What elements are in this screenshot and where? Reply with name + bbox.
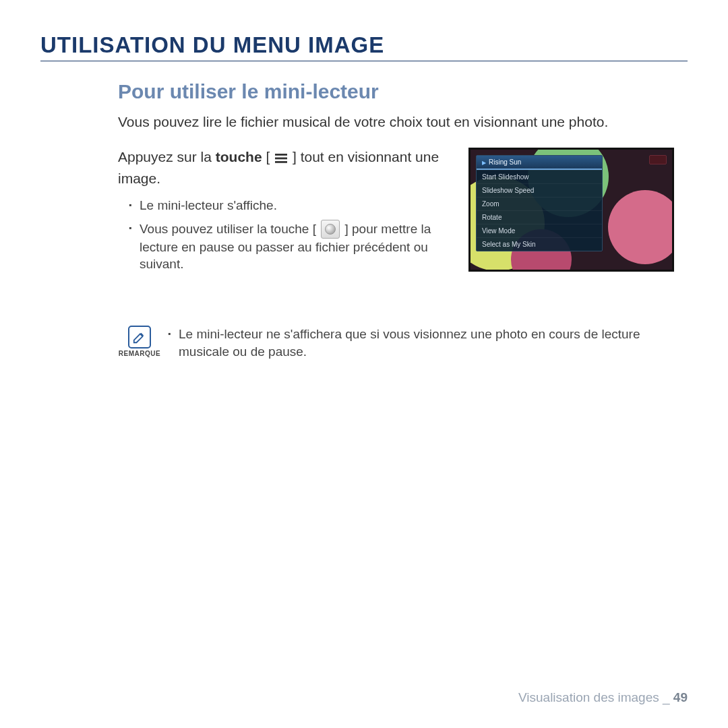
step-prefix: Appuyez sur la xyxy=(118,149,216,164)
note-pencil-icon xyxy=(128,326,151,348)
step-bold: touche xyxy=(216,149,262,164)
bullet-pre: Vous pouvez utiliser la touche [ xyxy=(140,222,320,236)
list-item: Le mini-lecteur s'affiche. xyxy=(129,197,456,214)
svg-rect-0 xyxy=(275,154,287,156)
bracket-close: ] xyxy=(289,149,301,164)
bracket-open: [ xyxy=(262,149,274,164)
svg-rect-2 xyxy=(275,161,287,163)
step-instruction: Appuyez sur la touche [ ] tout en vision… xyxy=(118,148,456,187)
footer-page: 49 xyxy=(673,690,688,704)
page-title: UTILISATION DU MENU IMAGE xyxy=(40,32,688,61)
page-footer: Visualisation des images _ 49 xyxy=(518,690,688,705)
note-bullet: Le mini-lecteur ne s'affichera que si vo… xyxy=(168,326,674,360)
play-triangle-icon: ▶ xyxy=(482,160,486,166)
overlay-menu: ▶Rising Sun Start Slideshow Slideshow Sp… xyxy=(476,155,603,251)
overlay-menu-item: Select as My Skin xyxy=(477,237,602,251)
overlay-menu-item: View Mode xyxy=(477,224,602,237)
note-block: REMARQUE Le mini-lecteur ne s'affichera … xyxy=(118,326,674,360)
footer-section: Visualisation des images xyxy=(518,690,659,704)
footer-sep: _ xyxy=(659,690,673,704)
bg-shape xyxy=(608,190,674,264)
intro-text: Vous pouvez lire le fichier musical de v… xyxy=(118,113,674,131)
section-subtitle: Pour utiliser le mini-lecteur xyxy=(118,80,674,103)
overlay-menu-header: ▶Rising Sun xyxy=(477,156,602,170)
overlay-menu-title: Rising Sun xyxy=(489,158,521,166)
bullet-list: Le mini-lecteur s'affiche. Vous pouvez u… xyxy=(118,187,456,273)
screen-tag xyxy=(649,155,667,164)
overlay-menu-item: Start Slideshow xyxy=(477,170,602,183)
note-label-wrap: REMARQUE xyxy=(118,326,161,357)
overlay-menu-item: Rotate xyxy=(477,210,602,224)
overlay-menu-item: Zoom xyxy=(477,197,602,210)
device-screenshot: ▶Rising Sun Start Slideshow Slideshow Sp… xyxy=(468,148,674,272)
note-label: REMARQUE xyxy=(119,350,160,357)
trackball-icon xyxy=(321,220,340,239)
list-item: Vous pouvez utiliser la touche [ ] pour … xyxy=(129,220,456,273)
menu-icon xyxy=(274,150,289,169)
svg-rect-1 xyxy=(275,158,287,160)
note-text: Le mini-lecteur ne s'affichera que si vo… xyxy=(168,326,674,360)
overlay-menu-item: Slideshow Speed xyxy=(477,183,602,197)
